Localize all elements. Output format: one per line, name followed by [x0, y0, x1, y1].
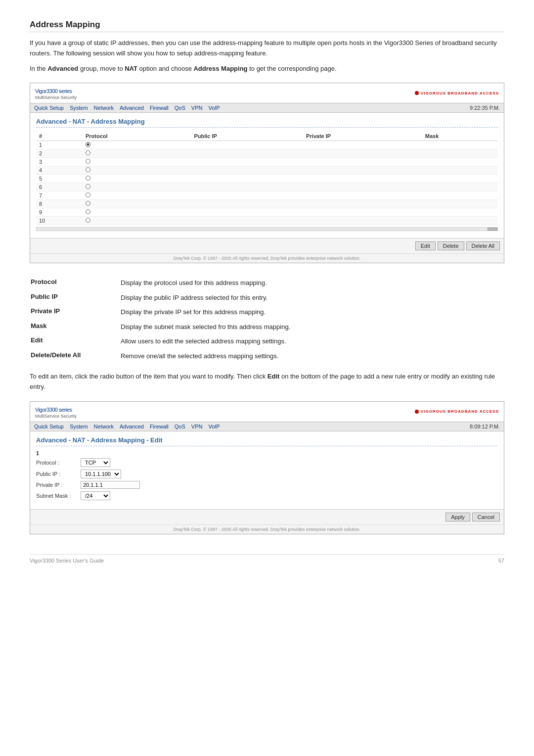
intro-para1: If you have a group of static IP address… [30, 38, 504, 59]
row-radio[interactable] [83, 149, 191, 158]
row-radio[interactable] [83, 191, 191, 200]
nav-network-2[interactable]: Network [94, 424, 114, 429]
row-mask [422, 175, 498, 183]
apply-button[interactable]: Apply [445, 513, 470, 521]
nav-advanced-2[interactable]: Advanced [120, 424, 144, 429]
nav-firewall-1[interactable]: Firewall [150, 105, 169, 111]
router2-footer-buttons: Apply Cancel [30, 509, 504, 524]
form-row-1: Public IP : 10.1.1.100 [36, 470, 498, 478]
nav-system-1[interactable]: System [70, 105, 88, 111]
delete-all-button[interactable]: Delete All [466, 241, 500, 250]
table-row: 9 [36, 208, 498, 217]
form-select-3[interactable]: /24/16/8 [81, 491, 110, 500]
footer-right: 57 [498, 558, 504, 564]
row-num: 9 [36, 208, 83, 217]
nav-vpn-1[interactable]: VPN [191, 105, 203, 111]
row-radio[interactable] [83, 183, 191, 191]
row-mask [422, 166, 498, 175]
row-public-ip [191, 158, 303, 166]
nav-firewall-2[interactable]: Firewall [150, 424, 169, 429]
nav-advanced-1[interactable]: Advanced [120, 105, 144, 111]
radio-button[interactable] [86, 218, 90, 223]
radio-button[interactable] [86, 150, 90, 155]
edit-para: To edit an item, click the radio button … [30, 372, 504, 392]
descriptions-table: Protocol Display the protocol used for t… [30, 275, 504, 364]
radio-button[interactable] [86, 201, 90, 206]
nav-network-1[interactable]: Network [94, 105, 114, 111]
desc-term: Mask [31, 320, 115, 334]
router-page-title-1: Advanced - NAT - Address Mapping [36, 118, 498, 128]
table-row: 3 [36, 158, 498, 166]
nav-quick-setup-2[interactable]: Quick Setup [34, 424, 64, 429]
router-header-2: Vigor3300 series MultiService Security V… [30, 402, 504, 422]
row-public-ip [191, 149, 303, 158]
row-radio[interactable] [83, 166, 191, 175]
col-header-num: # [36, 132, 83, 141]
desc-def: Allow users to edit the selected address… [116, 334, 503, 348]
radio-button[interactable] [86, 142, 90, 147]
router-time-1: 9:22:35 P.M. [470, 105, 500, 111]
row-public-ip [191, 141, 303, 149]
row-radio[interactable] [83, 158, 191, 166]
desc-term: Edit [31, 334, 115, 348]
cancel-button[interactable]: Cancel [472, 513, 500, 521]
row-private-ip [303, 217, 422, 225]
brand-sub-2: MultiService Security [35, 414, 77, 419]
router-header-1: Vigor3300 series MultiService Security V… [30, 83, 504, 103]
desc-term: Public IP [31, 291, 115, 305]
desc-term: Protocol [31, 276, 115, 290]
row-radio[interactable] [83, 141, 191, 149]
row-private-ip [303, 200, 422, 208]
form-input-2[interactable] [81, 481, 140, 489]
row-radio[interactable] [83, 208, 191, 217]
footer-left: Vigor3300 Series User's Guide [30, 558, 104, 564]
form-select-0[interactable]: TCPUDPALL [81, 458, 110, 467]
router-body-2: Advanced - NAT - Address Mapping - Edit … [30, 431, 504, 509]
nav-vpn-2[interactable]: VPN [191, 424, 203, 429]
row-mask [422, 141, 498, 149]
row-num: 2 [36, 149, 83, 158]
logo-dot-1 [415, 91, 419, 95]
delete-button[interactable]: Delete [438, 241, 464, 250]
desc-def: Display the subnet mask selected fro thi… [116, 320, 503, 334]
form-row-3: Subnet Mask : /24/16/8 [36, 491, 498, 500]
nav-qos-1[interactable]: QoS [175, 105, 185, 111]
router-nav-2: Quick Setup System Network Advanced Fire… [30, 422, 504, 431]
nav-voip-1[interactable]: VoIP [208, 105, 220, 111]
scrollbar-thumb[interactable] [488, 228, 497, 231]
radio-button[interactable] [86, 167, 90, 172]
nav-qos-2[interactable]: QoS [175, 424, 185, 429]
edit-button[interactable]: Edit [415, 241, 436, 250]
radio-button[interactable] [86, 192, 90, 197]
radio-button[interactable] [86, 209, 90, 214]
router-logo-2: Vigor3300 series MultiService Security [35, 405, 77, 419]
form-select-1[interactable]: 10.1.1.100 [81, 470, 121, 478]
desc-term: Delete/Delete All [31, 349, 115, 363]
radio-button[interactable] [86, 184, 90, 189]
description-row: Mask Display the subnet mask selected fr… [31, 320, 503, 334]
radio-button[interactable] [86, 159, 90, 164]
row-radio[interactable] [83, 175, 191, 183]
row-public-ip [191, 200, 303, 208]
router-footer-copy-2: DrayTek Corp. © 1997 - 2005 All rights r… [30, 524, 504, 534]
radio-button[interactable] [86, 176, 90, 181]
row-private-ip [303, 183, 422, 191]
row-num: 8 [36, 200, 83, 208]
table-row: 1 [36, 141, 498, 149]
router-frame-2: Vigor3300 series MultiService Security V… [30, 401, 504, 534]
row-num: 5 [36, 175, 83, 183]
nav-quick-setup-1[interactable]: Quick Setup [34, 105, 64, 111]
row-radio[interactable] [83, 217, 191, 225]
form-label-1: Public IP : [36, 471, 81, 477]
nav-voip-2[interactable]: VoIP [208, 424, 220, 429]
col-header-privateip: Private IP [303, 132, 422, 141]
row-private-ip [303, 141, 422, 149]
nav-system-2[interactable]: System [70, 424, 88, 429]
row-radio[interactable] [83, 200, 191, 208]
row-mask [422, 191, 498, 200]
description-row: Private IP Display the private IP set fo… [31, 305, 503, 319]
row-private-ip [303, 191, 422, 200]
row-public-ip [191, 166, 303, 175]
row-public-ip [191, 175, 303, 183]
row-mask [422, 183, 498, 191]
